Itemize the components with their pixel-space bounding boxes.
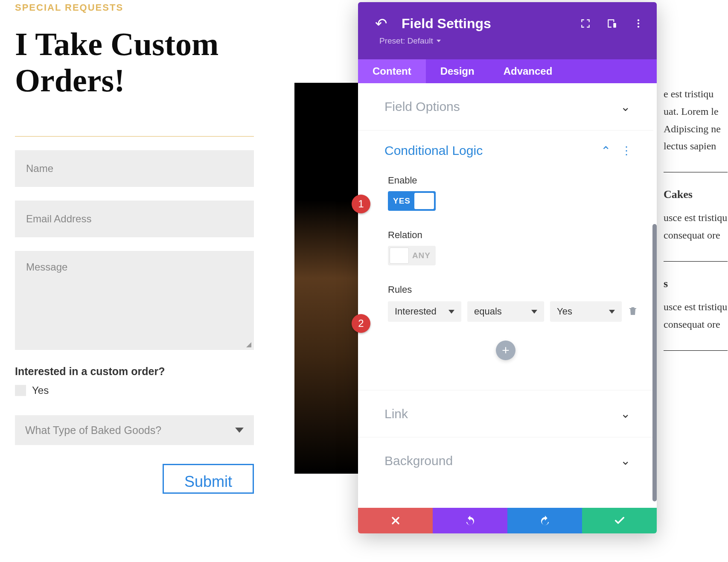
message-placeholder: Message bbox=[26, 261, 67, 273]
section-link[interactable]: Link ⌄ bbox=[358, 390, 653, 437]
cancel-button[interactable] bbox=[358, 508, 433, 533]
svg-point-0 bbox=[638, 19, 639, 21]
section-field-options[interactable]: Field Options ⌄ bbox=[358, 83, 653, 130]
name-input[interactable]: Name bbox=[15, 150, 254, 187]
section-label: Link bbox=[384, 407, 408, 421]
bg-line: e est tristiqu bbox=[664, 85, 728, 103]
bg-line: Adipiscing ne bbox=[664, 120, 728, 138]
rule-operator-value: equals bbox=[474, 306, 502, 317]
back-icon[interactable]: ↶ bbox=[375, 15, 387, 32]
tab-design[interactable]: Design bbox=[426, 59, 489, 83]
toggle-on-text: YES bbox=[390, 196, 414, 206]
rule-field-value: Interested bbox=[395, 306, 437, 317]
caret-down-icon bbox=[531, 310, 537, 314]
svg-point-1 bbox=[638, 23, 639, 24]
chevron-down-icon: ⌄ bbox=[620, 454, 630, 468]
toggle-off-text: ANY bbox=[409, 251, 434, 260]
option-yes-label: Yes bbox=[32, 384, 49, 396]
bg-line: consequat ore bbox=[664, 316, 728, 333]
settings-tabs: Content Design Advanced bbox=[358, 59, 657, 83]
divider bbox=[15, 136, 254, 137]
rule-row: Interested equals Yes bbox=[358, 301, 653, 322]
submit-button[interactable]: Submit bbox=[163, 464, 254, 494]
submit-area: Submit bbox=[15, 464, 254, 494]
delete-rule-icon[interactable] bbox=[628, 306, 639, 317]
chevron-up-icon[interactable]: ⌃ bbox=[601, 144, 611, 158]
section-more-icon[interactable]: ⋮ bbox=[621, 144, 632, 157]
scrollbar[interactable] bbox=[652, 224, 657, 501]
caret-down-icon bbox=[235, 428, 244, 433]
svg-point-2 bbox=[638, 26, 639, 27]
eyebrow-text: SPECIAL REQUESTS bbox=[15, 2, 258, 13]
enable-label: Enable bbox=[358, 175, 653, 186]
undo-button[interactable] bbox=[433, 508, 507, 533]
caret-down-icon bbox=[437, 40, 441, 42]
redo-icon bbox=[539, 515, 551, 527]
preset-selector[interactable]: Preset: Default bbox=[358, 32, 657, 46]
preset-label: Preset: Default bbox=[379, 36, 433, 46]
check-icon bbox=[614, 515, 626, 527]
bg-line: consequat ore bbox=[664, 227, 728, 244]
rules-label: Rules bbox=[358, 284, 653, 295]
modal-body: Field Options ⌄ Conditional Logic ⌃ ⋮ En… bbox=[358, 83, 657, 508]
undo-icon bbox=[464, 515, 476, 527]
baked-goods-select[interactable]: What Type of Baked Goods? bbox=[15, 415, 254, 445]
section-conditional-logic[interactable]: Conditional Logic ⌃ ⋮ bbox=[358, 130, 653, 160]
tab-content[interactable]: Content bbox=[358, 59, 426, 83]
field-settings-modal: ↶ Field Settings Preset: Default Content… bbox=[358, 2, 657, 533]
toggle-knob bbox=[414, 193, 434, 209]
bread-image bbox=[294, 83, 363, 474]
redo-button[interactable] bbox=[507, 508, 582, 533]
close-icon bbox=[390, 515, 402, 527]
tab-advanced[interactable]: Advanced bbox=[489, 59, 567, 83]
rule-operator-select[interactable]: equals bbox=[467, 301, 544, 322]
bg-heading: s bbox=[664, 274, 728, 293]
add-rule-button[interactable]: + bbox=[496, 341, 515, 360]
form-heading: I Take Custom Orders! bbox=[15, 26, 258, 99]
plus-icon: + bbox=[502, 343, 510, 358]
checkbox-yes[interactable] bbox=[15, 385, 26, 396]
save-button[interactable] bbox=[582, 508, 657, 533]
rule-value-text: Yes bbox=[557, 306, 572, 317]
bg-divider bbox=[664, 261, 728, 262]
rule-value-select[interactable]: Yes bbox=[550, 301, 622, 322]
bg-divider bbox=[664, 172, 728, 172]
expand-icon[interactable] bbox=[580, 18, 591, 29]
email-input[interactable]: Email Address bbox=[15, 201, 254, 237]
modal-header: ↶ Field Settings Preset: Default Content… bbox=[358, 2, 657, 83]
contact-form: SPECIAL REQUESTS I Take Custom Orders! N… bbox=[15, 2, 258, 494]
background-text: e est tristiqu uat. Lorem le Adipiscing … bbox=[664, 85, 728, 359]
bg-line: usce est tristiqu bbox=[664, 209, 728, 227]
modal-footer bbox=[358, 508, 657, 533]
chevron-down-icon: ⌄ bbox=[620, 407, 630, 421]
section-label: Background bbox=[384, 454, 453, 468]
select-placeholder: What Type of Baked Goods? bbox=[25, 424, 161, 437]
responsive-icon[interactable] bbox=[606, 18, 617, 29]
bg-line: uat. Lorem le bbox=[664, 103, 728, 120]
section-background[interactable]: Background ⌄ bbox=[358, 437, 653, 484]
caret-down-icon bbox=[609, 310, 615, 314]
relation-label: Relation bbox=[358, 230, 653, 241]
toggle-knob bbox=[390, 248, 409, 264]
bg-divider bbox=[664, 350, 728, 351]
more-menu-icon[interactable] bbox=[633, 18, 644, 29]
callout-badge-1: 1 bbox=[352, 195, 370, 213]
relation-toggle[interactable]: ANY bbox=[388, 246, 436, 265]
custom-order-question: Interested in a custom order? bbox=[15, 365, 258, 378]
caret-down-icon bbox=[448, 310, 454, 314]
enable-toggle[interactable]: YES bbox=[388, 191, 436, 211]
rule-field-select[interactable]: Interested bbox=[388, 301, 461, 322]
bg-line: usce est tristiqu bbox=[664, 298, 728, 316]
message-textarea[interactable]: Message bbox=[15, 251, 254, 350]
bg-heading: Cakes bbox=[664, 185, 728, 204]
chevron-down-icon: ⌄ bbox=[620, 100, 630, 114]
section-label: Field Options bbox=[384, 99, 460, 114]
bg-line: lectus sapien bbox=[664, 137, 728, 155]
callout-badge-2: 2 bbox=[352, 314, 370, 333]
option-yes-row[interactable]: Yes bbox=[15, 384, 258, 396]
section-label: Conditional Logic bbox=[384, 143, 483, 158]
modal-title: Field Settings bbox=[402, 16, 580, 32]
resize-grip-icon[interactable] bbox=[245, 341, 251, 347]
